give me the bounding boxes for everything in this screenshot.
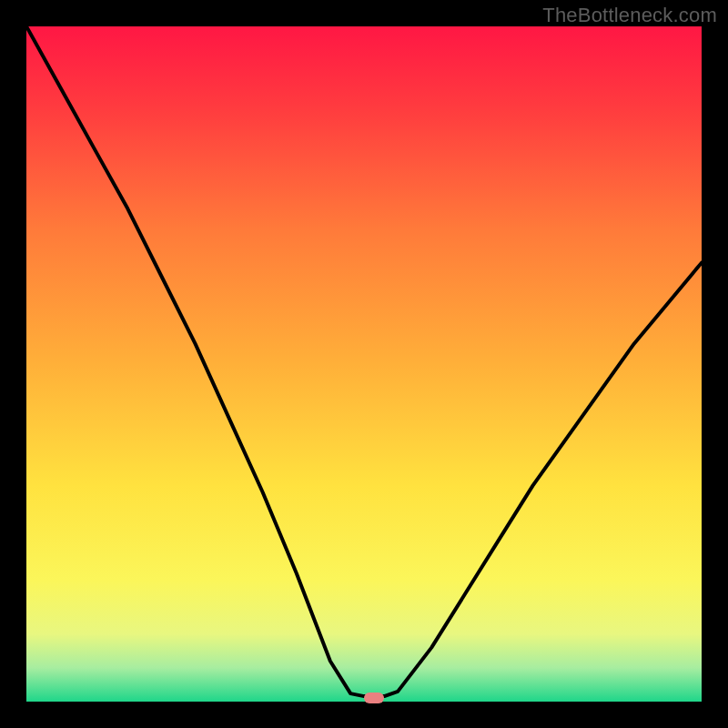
chart-container: TheBottleneck.com [0, 0, 728, 728]
attribution-text: TheBottleneck.com [542, 4, 717, 27]
selection-marker [364, 693, 384, 703]
bottleneck-curve [26, 26, 702, 702]
plot-area [26, 26, 702, 702]
